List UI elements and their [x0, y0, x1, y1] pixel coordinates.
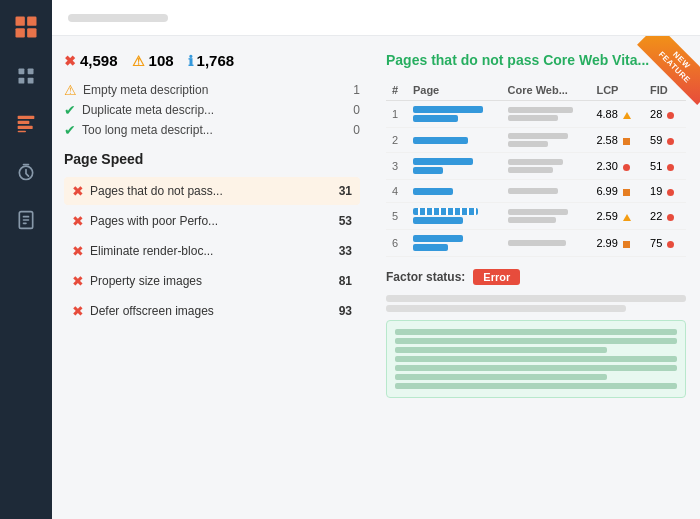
row-lcp: 2.59: [590, 203, 644, 230]
sidebar-logo: [11, 12, 41, 42]
error-icon: ✖: [64, 54, 76, 68]
cwv-table: # Page Core Web... LCP FID 1: [386, 80, 686, 257]
row-page: [407, 230, 502, 257]
row-page: [407, 203, 502, 230]
meta-ok-icon-2: ✔: [64, 103, 76, 117]
info-count: 1,768: [197, 52, 235, 69]
svg-rect-7: [28, 78, 34, 84]
table-row[interactable]: 5 2.59: [386, 203, 686, 230]
stat-warnings: ⚠ 108: [132, 52, 174, 69]
left-panel: ✖ 4,598 ⚠ 108 ℹ 1,768 ⚠ Empty meta desc: [52, 36, 372, 519]
issue-count-2: 53: [339, 214, 352, 228]
issue-error-icon-2: ✖: [72, 214, 84, 228]
row-fid: 59: [644, 128, 686, 153]
svg-rect-1: [27, 17, 36, 26]
issue-label-3: Eliminate render-bloc...: [90, 244, 213, 258]
col-num: #: [386, 80, 407, 101]
row-cwv: [502, 101, 591, 128]
issue-item-4[interactable]: ✖ Property size images 81: [64, 267, 360, 295]
svg-rect-16: [23, 223, 27, 225]
sidebar: [0, 0, 52, 519]
meta-ok-icon-3: ✔: [64, 123, 76, 137]
meta-item-2[interactable]: ✔ Duplicate meta descrip... 0: [64, 103, 360, 117]
row-num: 1: [386, 101, 407, 128]
row-num: 4: [386, 180, 407, 203]
row-fid: 19: [644, 180, 686, 203]
row-fid: 22: [644, 203, 686, 230]
meta-warn-icon: ⚠: [64, 83, 77, 97]
sidebar-item-dashboard[interactable]: [12, 62, 40, 90]
issue-item-3[interactable]: ✖ Eliminate render-bloc... 33: [64, 237, 360, 265]
body-area: ✖ 4,598 ⚠ 108 ℹ 1,768 ⚠ Empty meta desc: [52, 36, 700, 519]
svg-rect-5: [28, 69, 34, 75]
row-lcp: 2.99: [590, 230, 644, 257]
row-page: [407, 101, 502, 128]
code-line: [395, 329, 677, 335]
svg-rect-2: [16, 28, 25, 37]
row-num: 6: [386, 230, 407, 257]
svg-rect-6: [19, 78, 25, 84]
warn-count: 108: [149, 52, 174, 69]
factor-status-row: Factor status: Error: [386, 269, 686, 285]
stat-info: ℹ 1,768: [188, 52, 235, 69]
breadcrumb: [68, 14, 168, 22]
row-page: [407, 128, 502, 153]
meta-item-1[interactable]: ⚠ Empty meta description 1: [64, 83, 360, 97]
svg-rect-0: [16, 17, 25, 26]
row-page: [407, 180, 502, 203]
code-line: [395, 383, 677, 389]
meta-label-3: Too long meta descript...: [82, 123, 213, 137]
row-cwv: [502, 180, 591, 203]
row-lcp: 2.58: [590, 128, 644, 153]
code-line: [395, 374, 607, 380]
row-fid: 28: [644, 101, 686, 128]
meta-count-3: 0: [353, 123, 360, 137]
svg-rect-4: [19, 69, 25, 75]
issue-count-4: 81: [339, 274, 352, 288]
row-page: [407, 153, 502, 180]
sidebar-item-analytics[interactable]: [12, 110, 40, 138]
info-icon: ℹ: [188, 54, 193, 68]
meta-count-1: 1: [353, 83, 360, 97]
meta-label-2: Duplicate meta descrip...: [82, 103, 214, 117]
issue-error-icon-1: ✖: [72, 184, 84, 198]
col-page: Page: [407, 80, 502, 101]
table-row[interactable]: 3 2.30: [386, 153, 686, 180]
col-lcp: LCP: [590, 80, 644, 101]
table-row[interactable]: 2 2.58 59: [386, 128, 686, 153]
row-cwv: [502, 203, 591, 230]
col-fid: FID: [644, 80, 686, 101]
right-panel-title: Pages that do not pass Core Web Vita...: [386, 52, 686, 68]
desc-line: [386, 305, 626, 312]
meta-item-3[interactable]: ✔ Too long meta descript... 0: [64, 123, 360, 137]
main-content: ✖ 4,598 ⚠ 108 ℹ 1,768 ⚠ Empty meta desc: [52, 0, 700, 519]
code-line: [395, 347, 607, 353]
issue-label-4: Property size images: [90, 274, 202, 288]
table-row[interactable]: 6 2.99 75: [386, 230, 686, 257]
meta-list: ⚠ Empty meta description 1 ✔ Duplicate m…: [64, 83, 360, 137]
table-row[interactable]: 4 6.99 19: [386, 180, 686, 203]
issue-item-5[interactable]: ✖ Defer offscreen images 93: [64, 297, 360, 325]
stat-errors: ✖ 4,598: [64, 52, 118, 69]
meta-label-1: Empty meta description: [83, 83, 208, 97]
svg-rect-15: [23, 219, 30, 221]
row-num: 3: [386, 153, 407, 180]
row-lcp: 4.88: [590, 101, 644, 128]
code-line: [395, 365, 677, 371]
row-cwv: [502, 230, 591, 257]
desc-block: [386, 295, 686, 312]
sidebar-item-reports[interactable]: [12, 206, 40, 234]
topbar: [52, 0, 700, 36]
issue-item-1[interactable]: ✖ Pages that do not pass... 31: [64, 177, 360, 205]
issue-item-2[interactable]: ✖ Pages with poor Perfo... 53: [64, 207, 360, 235]
row-cwv: [502, 153, 591, 180]
issue-count-3: 33: [339, 244, 352, 258]
sidebar-item-timer[interactable]: [12, 158, 40, 186]
issue-label-2: Pages with poor Perfo...: [90, 214, 218, 228]
issue-error-icon-5: ✖: [72, 304, 84, 318]
issue-count-5: 93: [339, 304, 352, 318]
code-line: [395, 356, 677, 362]
table-row[interactable]: 1 4.88: [386, 101, 686, 128]
factor-status-label: Factor status:: [386, 270, 465, 284]
svg-rect-10: [18, 126, 33, 129]
